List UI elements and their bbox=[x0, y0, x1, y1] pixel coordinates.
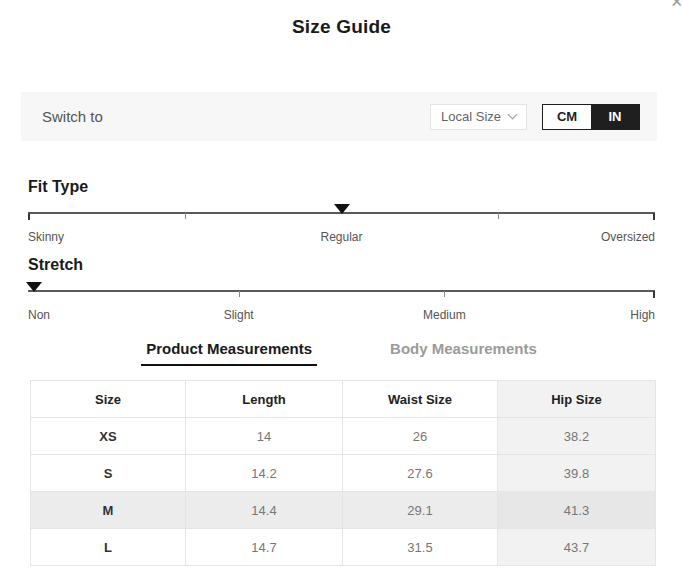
cell-length: 14.7 bbox=[186, 529, 343, 566]
stretch-label-slight: Slight bbox=[224, 308, 254, 322]
size-table: Size Length Waist Size Hip Size XS 14 26… bbox=[30, 380, 656, 566]
cell-size: XS bbox=[31, 418, 186, 455]
measurement-tabs: Product Measurements Body Measurements bbox=[0, 340, 683, 366]
tab-body-measurements[interactable]: Body Measurements bbox=[385, 340, 542, 366]
unit-toggle: CM IN bbox=[542, 104, 640, 130]
local-size-label: Local Size bbox=[441, 109, 501, 124]
cell-length: 14.2 bbox=[186, 455, 343, 492]
fit-label-regular: Regular bbox=[320, 230, 362, 244]
in-button[interactable]: IN bbox=[591, 105, 639, 129]
chevron-down-icon bbox=[508, 110, 518, 120]
fit-type-labels: Skinny Regular Oversized bbox=[28, 230, 655, 245]
stretch-tick-slight bbox=[239, 291, 240, 297]
local-size-dropdown[interactable]: Local Size bbox=[430, 104, 527, 130]
stretch-label-high: High bbox=[630, 308, 655, 322]
table-row-m: M 14.4 29.1 41.3 bbox=[31, 492, 656, 529]
cell-waist: 27.6 bbox=[343, 455, 498, 492]
stretch-heading: Stretch bbox=[28, 256, 655, 276]
cell-length: 14 bbox=[186, 418, 343, 455]
stretch-label-non: Non bbox=[28, 308, 50, 322]
fit-type-heading: Fit Type bbox=[28, 178, 655, 198]
header-length: Length bbox=[186, 381, 343, 418]
close-icon[interactable]: ✕ bbox=[670, 0, 683, 9]
fit-type-tick-end bbox=[653, 213, 655, 220]
cell-hip: 43.7 bbox=[498, 529, 656, 566]
cell-length: 14.4 bbox=[186, 492, 343, 529]
cell-size: L bbox=[31, 529, 186, 566]
fit-type-tick-start bbox=[28, 213, 30, 220]
fit-type-tick-25 bbox=[185, 213, 186, 219]
fit-type-marker-icon bbox=[334, 204, 350, 214]
page-title: Size Guide bbox=[0, 0, 683, 40]
stretch-tick-end bbox=[653, 291, 655, 298]
cell-hip: 38.2 bbox=[498, 418, 656, 455]
table-row-xs: XS 14 26 38.2 bbox=[31, 418, 656, 455]
header-hip-size: Hip Size bbox=[498, 381, 656, 418]
stretch-labels: Non Slight Medium High bbox=[28, 308, 655, 323]
cell-hip: 39.8 bbox=[498, 455, 656, 492]
unit-switch-bar: Switch to Local Size CM IN bbox=[21, 92, 657, 141]
fit-type-tick-75 bbox=[498, 213, 499, 219]
header-size: Size bbox=[31, 381, 186, 418]
fit-label-skinny: Skinny bbox=[28, 230, 64, 244]
cell-hip: 41.3 bbox=[498, 492, 656, 529]
stretch-label-medium: Medium bbox=[423, 308, 466, 322]
fit-label-oversized: Oversized bbox=[601, 230, 655, 244]
fit-type-scale bbox=[28, 212, 655, 221]
table-header-row: Size Length Waist Size Hip Size bbox=[31, 381, 656, 418]
cm-button[interactable]: CM bbox=[543, 105, 591, 129]
cell-waist: 31.5 bbox=[343, 529, 498, 566]
header-waist-size: Waist Size bbox=[343, 381, 498, 418]
cell-size: S bbox=[31, 455, 186, 492]
stretch-scale-line bbox=[28, 290, 655, 292]
cell-waist: 29.1 bbox=[343, 492, 498, 529]
switch-to-label: Switch to bbox=[42, 108, 430, 125]
stretch-scale bbox=[28, 290, 655, 299]
tab-product-measurements[interactable]: Product Measurements bbox=[141, 340, 317, 366]
cell-size: M bbox=[31, 492, 186, 529]
table-row-l: L 14.7 31.5 43.7 bbox=[31, 529, 656, 566]
stretch-tick-medium bbox=[444, 291, 445, 297]
stretch-marker-icon bbox=[26, 282, 42, 292]
cell-waist: 26 bbox=[343, 418, 498, 455]
table-row-s: S 14.2 27.6 39.8 bbox=[31, 455, 656, 492]
